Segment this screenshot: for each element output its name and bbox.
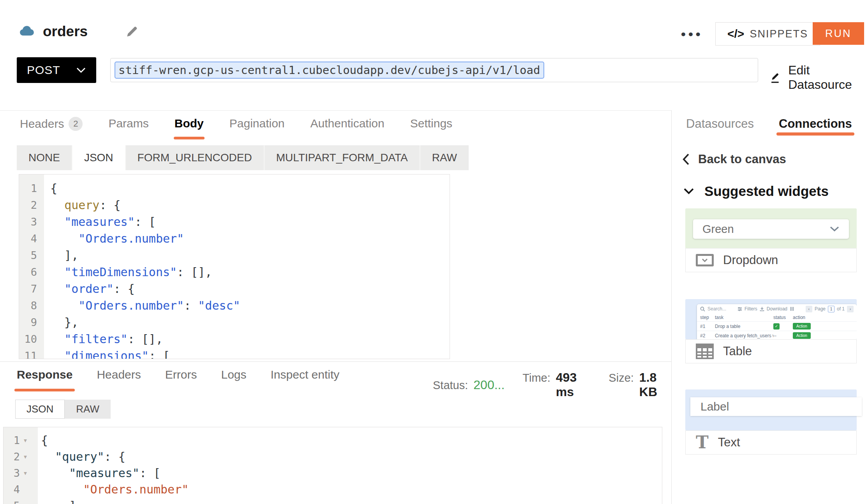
tab-authentication[interactable]: Authentication xyxy=(311,117,385,139)
cell-status: -- xyxy=(773,333,793,338)
back-to-canvas-link[interactable]: Back to canvas xyxy=(682,152,786,166)
snippets-button[interactable]: </> SNIPPETS xyxy=(715,22,820,46)
text-widget-preview-card[interactable]: Label xyxy=(685,389,857,430)
run-button[interactable]: RUN xyxy=(813,22,864,45)
request-body-editor[interactable]: 1{2 query: {3 "measures": [4 "Orders.num… xyxy=(19,174,450,359)
size-value: 1.8 KB xyxy=(639,370,671,399)
response-tab-errors[interactable]: Errors xyxy=(165,368,197,391)
dropdown-widget-preview-card[interactable]: Green xyxy=(685,208,857,248)
body-type-multipart_form_data[interactable]: MULTIPART_FORM_DATA xyxy=(265,145,420,170)
body-type-json[interactable]: JSON xyxy=(72,145,126,170)
page-prev-button: ‹ xyxy=(806,306,812,312)
table-widget-preview-card[interactable]: Search... Filters Download ‹ Page 1 of 1… xyxy=(685,299,857,339)
tab-headers[interactable]: Headers2 xyxy=(20,117,83,140)
code-line: 1{ xyxy=(19,180,450,197)
response-tab-inspect-entity[interactable]: Inspect entity xyxy=(271,368,340,391)
request-tabs: Headers2ParamsBodyPaginationAuthenticati… xyxy=(20,117,452,140)
body-type-none[interactable]: NONE xyxy=(17,145,72,170)
line-number: 3 xyxy=(19,216,44,228)
suggested-widgets-header[interactable]: Suggested widgets xyxy=(683,183,829,199)
table-preview-search: Search... xyxy=(707,306,726,312)
headers-count-badge: 2 xyxy=(69,117,83,131)
widget-item-text[interactable]: T Text xyxy=(685,430,857,455)
body-type-form_urlencoded[interactable]: FORM_URLENCODED xyxy=(126,145,265,170)
widget-item-dropdown[interactable]: Dropdown xyxy=(685,248,857,272)
code-text: query: { xyxy=(44,198,121,212)
tab-body[interactable]: Body xyxy=(175,117,204,139)
code-line: 9 }, xyxy=(19,314,450,331)
columns-icon xyxy=(790,307,794,311)
line-number: 11 xyxy=(19,350,44,359)
action-button: Action xyxy=(793,323,811,330)
code-text: "timeDimensions": [], xyxy=(44,265,212,279)
chevron-down-icon xyxy=(683,188,694,195)
sidebar-tab-connections[interactable]: Connections xyxy=(779,117,852,136)
code-line: 1▾{ xyxy=(4,432,662,448)
code-text: "Orders.number" xyxy=(36,483,189,496)
url-input[interactable]: stiff-wren.gcp-us-central1.cubecloudapp.… xyxy=(110,58,758,82)
response-tab-logs[interactable]: Logs xyxy=(221,368,246,391)
tab-label: Params xyxy=(108,117,148,130)
cell-action: Action xyxy=(793,323,854,330)
cell-task: Drop a table xyxy=(715,324,773,329)
response-body-viewer[interactable]: 1▾{2▾ "query": {3▾ "measures": [4 "Order… xyxy=(3,427,662,504)
cell-task: Create a query fetch_users with the M.. xyxy=(715,333,773,338)
tab-settings[interactable]: Settings xyxy=(410,117,452,139)
code-text: "query": { xyxy=(36,450,125,463)
code-text: "measures": [ xyxy=(44,215,156,229)
code-line: 5 ] xyxy=(4,497,662,504)
fold-arrow-icon[interactable]: ▾ xyxy=(22,435,36,445)
line-number: 1 xyxy=(19,182,44,194)
fold-arrow-icon[interactable]: ▾ xyxy=(22,452,36,461)
line-number: 3 xyxy=(4,467,22,479)
code-line: 2▾ "query": { xyxy=(4,448,662,465)
filters-icon xyxy=(737,307,742,311)
widget-item-table[interactable]: Table xyxy=(685,339,857,363)
fold-arrow-icon[interactable]: ▾ xyxy=(22,468,36,478)
code-text: { xyxy=(44,182,57,195)
code-text: "measures": [ xyxy=(36,466,161,480)
response-tab-headers[interactable]: Headers xyxy=(97,368,141,391)
right-sidebar: DatasourcesConnections Back to canvas Su… xyxy=(671,110,868,504)
sidebar-tab-datasources[interactable]: Datasources xyxy=(686,117,754,136)
response-tabs: ResponseHeadersErrorsLogsInspect entity xyxy=(17,368,339,391)
code-line: 4 "Orders.number" xyxy=(19,230,450,247)
response-format-json[interactable]: JSON xyxy=(15,400,65,419)
edit-datasource-button[interactable]: Edit Datasource xyxy=(769,63,868,92)
edit-datasource-label: Edit Datasource xyxy=(788,63,868,92)
body-type-raw[interactable]: RAW xyxy=(420,145,469,170)
code-text: { xyxy=(36,434,48,447)
url-value: stiff-wren.gcp-us-central1.cubecloudapp.… xyxy=(115,62,544,79)
time-value: 493 ms xyxy=(556,370,591,399)
widget-label: Text xyxy=(718,435,740,449)
edit-title-icon[interactable] xyxy=(125,24,139,41)
line-number: 5 xyxy=(19,249,44,261)
line-number: 10 xyxy=(19,333,44,345)
text-icon: T xyxy=(696,434,709,451)
tab-pagination[interactable]: Pagination xyxy=(229,117,285,139)
line-number: 7 xyxy=(19,283,44,295)
code-text: "order": { xyxy=(44,282,135,296)
table-preview-row: #1Drop a table✓Action xyxy=(697,321,857,331)
code-text: "filters": [], xyxy=(44,332,163,346)
code-line: 3 "measures": [ xyxy=(19,213,450,230)
suggested-widgets-title: Suggested widgets xyxy=(704,183,829,199)
tab-label: Body xyxy=(175,117,204,130)
page-label: Page xyxy=(815,306,826,312)
api-editor-page: orders ••• </> SNIPPETS RUN POST stiff-w… xyxy=(0,0,868,504)
table-preview-col-header: step xyxy=(700,315,715,320)
page-next-button: › xyxy=(847,306,854,312)
response-tab-response[interactable]: Response xyxy=(17,368,72,391)
table-preview-header-row: steptaskstatusaction xyxy=(697,314,857,321)
code-text: ], xyxy=(44,248,78,262)
method-dropdown[interactable]: POST xyxy=(17,57,96,83)
response-format-raw[interactable]: RAW xyxy=(65,400,111,419)
tab-label: Settings xyxy=(410,117,452,130)
more-menu-button[interactable]: ••• xyxy=(681,26,703,42)
line-number: 5 xyxy=(4,500,22,504)
snippets-label: SNIPPETS xyxy=(750,28,808,40)
code-brackets-icon: </> xyxy=(727,27,744,41)
line-number: 2 xyxy=(4,451,22,463)
code-text: "Orders.number" xyxy=(44,232,184,245)
tab-params[interactable]: Params xyxy=(108,117,148,139)
